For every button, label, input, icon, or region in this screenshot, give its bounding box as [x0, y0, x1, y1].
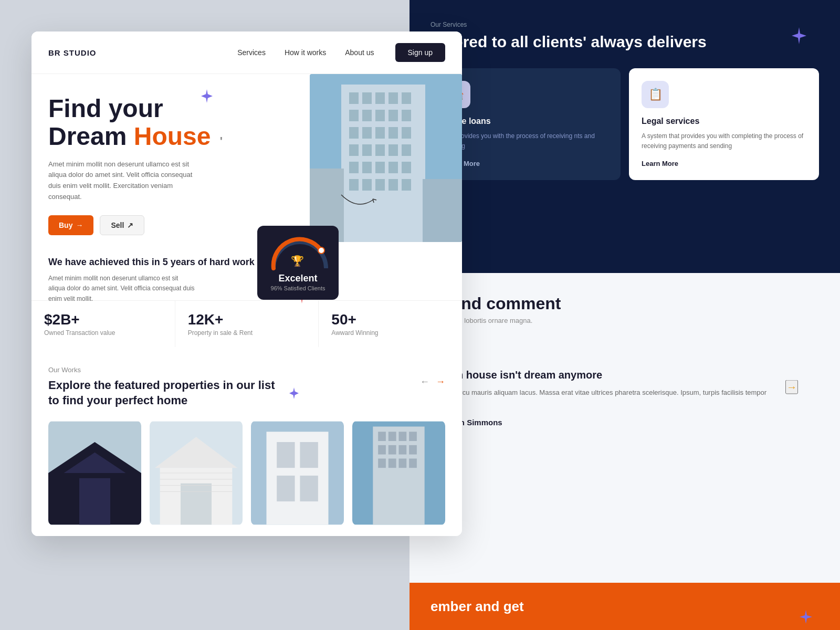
navbar: BR STUDIO Services How it works About us…	[32, 32, 462, 74]
svg-text:🏆: 🏆	[291, 255, 304, 267]
svg-rect-33	[402, 162, 411, 173]
svg-rect-69	[409, 432, 417, 442]
svg-rect-59	[267, 432, 329, 525]
svg-rect-60	[277, 442, 295, 468]
sell-button[interactable]: Sell ↗	[100, 215, 144, 235]
stat-value-award: 50+	[331, 311, 449, 328]
svg-rect-63	[300, 476, 318, 501]
testimonial-panel: and comment Pulvinar in lobortis ornare …	[410, 273, 840, 630]
deco-curve-svg	[336, 190, 378, 232]
sparkle-icon	[790, 26, 808, 45]
service-name-legal: Legal services	[642, 117, 806, 126]
svg-rect-31	[375, 162, 385, 173]
service-name-home-loans: Home loans	[443, 117, 608, 126]
testimonial-sub: Pulvinar in lobortis ornare magna.	[430, 317, 819, 324]
svg-rect-36	[375, 179, 385, 191]
svg-rect-34	[349, 179, 359, 191]
property-card-4[interactable]	[352, 421, 445, 526]
buy-arrow-icon: →	[76, 221, 83, 229]
buy-button[interactable]: Buy →	[48, 215, 93, 235]
title-deco: '	[220, 134, 223, 148]
bottom-strip: ember and get	[410, 583, 840, 630]
services-panel: Our Services tailored to all clients' al…	[410, 0, 840, 273]
hero-description: Amet minim mollit non deserunt ullamco e…	[48, 159, 206, 203]
svg-rect-24	[349, 144, 359, 156]
svg-rect-21	[375, 127, 385, 139]
property-image-3	[251, 421, 344, 526]
property-image-1	[48, 421, 141, 526]
svg-rect-76	[399, 459, 407, 468]
svg-rect-18	[402, 110, 411, 121]
works-text: Our Works Explore the featured propertie…	[48, 366, 300, 408]
testimonial-content: " Dream house isn't dream anymore Semper…	[430, 340, 819, 434]
works-tag: Our Works	[48, 366, 300, 374]
property-image-2	[150, 421, 243, 526]
main-card: BR STUDIO Services How it works About us…	[32, 32, 462, 536]
services-title: tailored to all clients' always delivers	[430, 33, 819, 51]
svg-rect-61	[300, 442, 318, 468]
svg-rect-17	[388, 110, 398, 121]
svg-rect-70	[378, 445, 386, 455]
learn-more-home-loans[interactable]: Learn More	[443, 160, 608, 167]
svg-rect-49	[79, 478, 110, 525]
works-title: Explore the featured properties in our l…	[48, 378, 300, 408]
svg-rect-65	[373, 427, 424, 525]
testimonial-next-button[interactable]: →	[785, 380, 798, 394]
hero-title: Find your Dream House '	[48, 95, 256, 151]
works-header: Our Works Explore the featured propertie…	[48, 366, 445, 408]
property-card-3[interactable]	[251, 421, 344, 526]
prev-arrow-button[interactable]: ←	[420, 376, 429, 387]
testimonial-body: Semper arcu mauris aliquam lacus. Massa …	[430, 387, 788, 410]
excellent-badge: 🏆 Excelent 96% Satisfied Clients	[257, 226, 339, 300]
property-card-1[interactable]	[48, 421, 141, 526]
property-card-2[interactable]	[150, 421, 243, 526]
svg-rect-27	[388, 144, 398, 156]
hero-actions: Buy → Sell ↗	[48, 215, 256, 235]
building-svg	[310, 74, 462, 242]
svg-rect-71	[388, 445, 396, 455]
excellent-subtitle: 96% Satisfied Clients	[266, 285, 330, 291]
hero-left: Find your Dream House ' Amet minim molli…	[48, 95, 267, 347]
learn-more-legal[interactable]: Learn More	[642, 160, 806, 167]
svg-rect-67	[388, 432, 396, 442]
stat-label-award: Awward Winning	[331, 329, 449, 337]
nav-link-how-it-works[interactable]: How it works	[285, 48, 326, 57]
testimonial-title: and comment	[452, 294, 561, 313]
nav-link-services[interactable]: Services	[237, 48, 266, 57]
stat-award: 50+ Awward Winning	[319, 301, 462, 347]
bottom-sparkle-icon	[798, 609, 814, 625]
testimonial-header: and comment Pulvinar in lobortis ornare …	[430, 294, 819, 324]
svg-rect-11	[375, 92, 385, 104]
works-section: Our Works Explore the featured propertie…	[32, 347, 462, 536]
service-card-legal: 📋 Legal services A system that provides …	[629, 68, 819, 180]
arrow-buttons: ← →	[420, 366, 445, 387]
quote-icon: "	[430, 340, 788, 364]
author-role: Artist	[430, 427, 788, 434]
gauge-svg: 🏆	[266, 234, 334, 271]
svg-rect-26	[375, 144, 385, 156]
next-arrow-button[interactable]: →	[436, 376, 445, 387]
svg-rect-77	[409, 459, 417, 468]
logo: BR STUDIO	[48, 48, 97, 57]
bottom-strip-text: ember and get	[430, 598, 524, 615]
signup-button[interactable]: Sign up	[395, 43, 445, 62]
svg-rect-16	[375, 110, 385, 121]
svg-rect-15	[362, 110, 372, 121]
nav-link-about[interactable]: About us	[345, 48, 374, 57]
property-grid	[48, 421, 445, 526]
hero-section: Find your Dream House ' Amet minim molli…	[32, 74, 462, 347]
svg-rect-72	[399, 445, 407, 455]
svg-rect-10	[362, 92, 372, 104]
works-sparkle-icon	[288, 387, 300, 400]
svg-rect-30	[362, 162, 372, 173]
achievement-title: We have achieved this in 5 years of hard…	[48, 256, 256, 268]
svg-rect-14	[349, 110, 359, 121]
svg-rect-9	[349, 92, 359, 104]
svg-rect-68	[399, 432, 407, 442]
svg-rect-13	[402, 92, 411, 104]
service-desc-home-loans: that provides you with the process of re…	[443, 131, 608, 151]
author-name: Brooklyn Simmons	[430, 418, 788, 427]
svg-rect-66	[378, 432, 386, 442]
achievement-desc: Amet minim mollit non deserunt ullamco e…	[48, 274, 195, 304]
nav-links: Services How it works About us	[237, 48, 374, 57]
